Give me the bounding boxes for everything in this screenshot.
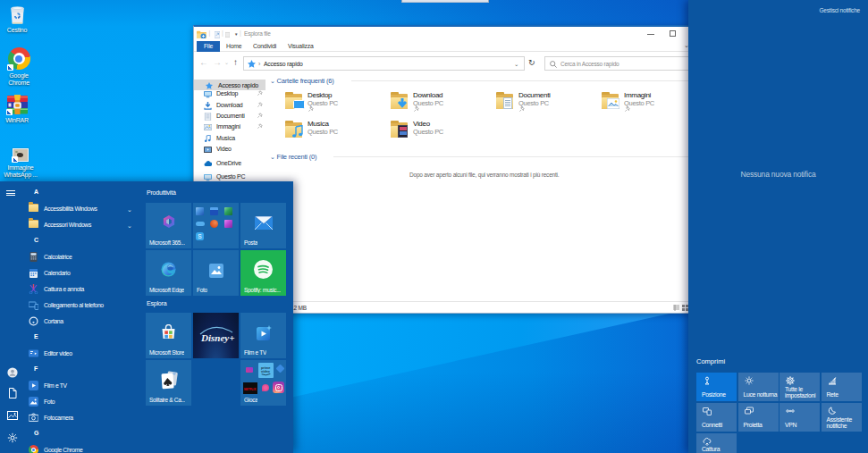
svg-text:Disney+: Disney+: [200, 332, 234, 343]
